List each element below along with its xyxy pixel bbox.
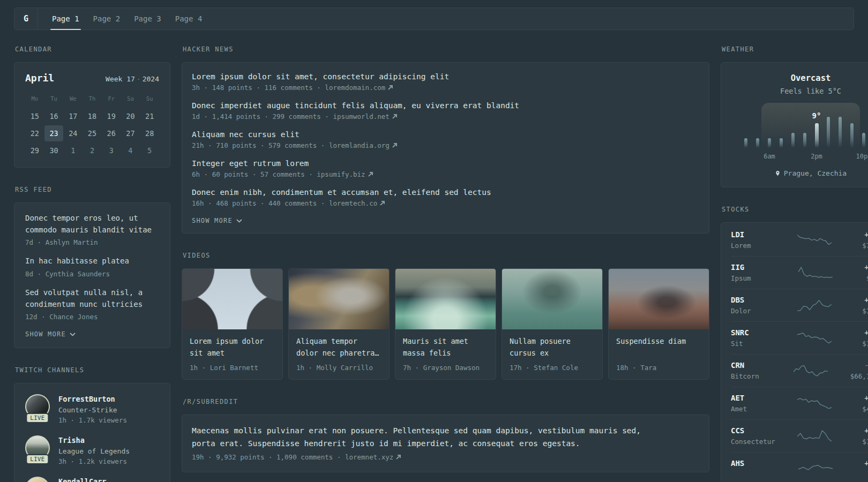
weekday-header: Th: [83, 92, 102, 107]
calendar-day[interactable]: 22: [25, 125, 44, 141]
rss-item: In hac habitasse platea 8d · Cynthia Sau…: [25, 255, 159, 278]
calendar-day[interactable]: 19: [102, 108, 121, 124]
hn-post-title[interactable]: Donec enim nibh, condimentum et accumsan…: [192, 188, 699, 197]
video-title: Mauris sit amet massa felis: [403, 336, 488, 359]
hn-post-domain-link[interactable]: ipsumworld.net: [333, 112, 389, 120]
calendar-day[interactable]: 30: [44, 142, 64, 159]
stock-row[interactable]: LDILorem +4.35%$795.18: [731, 224, 868, 256]
stock-change: +1.42%: [862, 296, 868, 304]
stock-change: +2.84%: [864, 263, 868, 272]
weekday-header: Tu: [44, 92, 64, 107]
video-meta: 18h · Tara: [616, 364, 701, 372]
twitch-card: LIVE ForrestBurton Counter-Strike 1h · 1…: [14, 383, 170, 482]
stock-row[interactable]: AHS +0.46%: [731, 452, 868, 482]
hn-post-title[interactable]: Lorem ipsum dolor sit amet, consectetur …: [192, 72, 699, 81]
calendar-day[interactable]: 28: [140, 125, 159, 141]
video-card[interactable]: Aliquam tempor dolor nec pharetra… 1h · …: [288, 268, 390, 380]
video-title: Suspendisse diam: [616, 336, 701, 359]
calendar-day-next-month[interactable]: 3: [102, 142, 121, 159]
tab-page-1[interactable]: Page 1: [51, 8, 80, 29]
hn-post-domain-link[interactable]: loremlandia.org: [329, 141, 390, 149]
calendar-day[interactable]: 20: [121, 108, 140, 124]
rss-card: Donec tempor eros leo, ut commodo mauris…: [14, 202, 170, 348]
stock-row[interactable]: SNRCSit +1.36%$148.64: [731, 321, 868, 354]
stock-row[interactable]: DBSDolor +1.42%$156.28: [731, 289, 868, 321]
weekday-header: Sa: [121, 92, 140, 107]
stock-price: $148.64: [862, 340, 868, 348]
calendar-day[interactable]: 29: [25, 142, 44, 159]
video-body: Mauris sit amet massa felis 7h · Grayson…: [395, 329, 496, 379]
stock-row[interactable]: AETAmet +0.92%$499.72: [731, 387, 868, 419]
video-meta: 7h · Grayson Dawson: [403, 364, 488, 372]
calendar-widget: CALENDAR April Week 17·2024 Mo Tu We Th …: [14, 46, 170, 168]
calendar-day[interactable]: 15: [25, 108, 44, 124]
chevron-down-icon: [236, 219, 242, 223]
stock-price: $42.04: [864, 274, 868, 282]
calendar-day-next-month[interactable]: 4: [121, 142, 140, 159]
rss-item: Donec tempor eros leo, ut commodo mauris…: [25, 213, 159, 246]
stock-name: Amet: [731, 405, 782, 413]
calendar-day[interactable]: 21: [140, 108, 159, 124]
video-body: Nullam posuere cursus ex 17h · Stefan Co…: [502, 329, 602, 379]
video-meta: 1h · Lori Barnett: [190, 364, 275, 372]
twitch-channel-row[interactable]: LIVE Trisha League of Legends 3h · 1.2k …: [25, 435, 159, 465]
calendar-day[interactable]: 18: [83, 108, 102, 124]
hn-post-title[interactable]: Integer eget rutrum lorem: [192, 159, 699, 168]
video-title: Aliquam tempor dolor nec pharetra…: [296, 336, 381, 359]
hn-post-title[interactable]: Donec imperdiet augue tincidunt felis al…: [192, 101, 699, 110]
twitch-channel-row[interactable]: KendallCarr: [25, 477, 159, 482]
video-thumbnail: [502, 269, 602, 329]
video-card[interactable]: Lorem ipsum dolor sit amet consectetu… 1…: [182, 268, 283, 380]
weather-location[interactable]: Prague, Czechia: [731, 169, 868, 177]
hn-post-title[interactable]: Aliquam nec cursus elit: [192, 130, 699, 139]
calendar-day[interactable]: 26: [102, 125, 121, 141]
rss-show-more-button[interactable]: SHOW MORE: [25, 330, 76, 338]
calendar-day-selected[interactable]: 23: [44, 125, 64, 141]
calendar-day-next-month[interactable]: 2: [83, 142, 102, 159]
tab-page-4[interactable]: Page 4: [175, 8, 203, 29]
tab-page-2[interactable]: Page 2: [93, 8, 121, 29]
subreddit-domain-link[interactable]: loremnet.xyz: [345, 453, 393, 461]
video-card[interactable]: Suspendisse diam 18h · Tara: [608, 268, 709, 380]
rss-item-title[interactable]: Donec tempor eros leo, ut commodo mauris…: [25, 213, 159, 236]
video-body: Lorem ipsum dolor sit amet consectetu… 1…: [182, 329, 282, 379]
stock-row[interactable]: IIGIpsum +2.84%$42.04: [731, 256, 868, 289]
app-logo[interactable]: G: [14, 8, 38, 29]
stock-row[interactable]: CRNBitcorn -1.00%$66,171.48: [731, 354, 868, 387]
calendar-day-next-month[interactable]: 1: [63, 142, 83, 159]
video-card[interactable]: Mauris sit amet massa felis 7h · Grayson…: [395, 268, 496, 380]
tab-page-3[interactable]: Page 3: [133, 8, 162, 29]
stock-name: Sit: [731, 340, 782, 348]
video-thumbnail: [182, 269, 282, 329]
calendar-day[interactable]: 27: [121, 125, 140, 141]
rss-item-title[interactable]: Sed volutpat nulla nisl, a condimentum n…: [25, 287, 159, 310]
stock-name: Consectetur: [731, 438, 782, 446]
hn-post-domain-link[interactable]: loremtech.co: [329, 199, 377, 207]
calendar-card: April Week 17·2024 Mo Tu We Th Fr Sa Su …: [14, 62, 170, 168]
calendar-year: 2024: [143, 75, 159, 83]
weekday-header: We: [63, 92, 83, 107]
twitch-channel-row[interactable]: LIVE ForrestBurton Counter-Strike 1h · 1…: [25, 394, 159, 424]
hacker-news-section-title: HACKER NEWS: [183, 46, 709, 53]
video-body: Suspendisse diam 18h · Tara: [609, 329, 709, 379]
stock-row[interactable]: CCSConsectetur +0.51%$165.84: [731, 419, 868, 452]
hn-post-domain-link[interactable]: ipsumify.biz: [317, 170, 365, 178]
calendar-month: April: [25, 72, 54, 84]
calendar-day[interactable]: 25: [83, 125, 102, 141]
calendar-day[interactable]: 17: [63, 108, 83, 124]
channel-meta: 1h · 1.7k viewers: [58, 416, 127, 424]
stock-sparkline: [797, 298, 832, 312]
hn-show-more-button[interactable]: SHOW MORE: [192, 217, 242, 224]
rss-item-title[interactable]: In hac habitasse platea: [25, 255, 159, 267]
video-card[interactable]: Nullam posuere cursus ex 17h · Stefan Co…: [502, 268, 603, 380]
hn-post-domain-link[interactable]: loremdomain.com: [325, 84, 385, 92]
weather-hourly-chart: 9° 6am 2pm 10pm: [744, 117, 868, 161]
calendar-day[interactable]: 16: [44, 108, 64, 124]
top-nav: G Page 1 Page 2 Page 3 Page 4: [14, 7, 854, 30]
calendar-day-next-month[interactable]: 5: [140, 142, 159, 159]
subreddit-post-title[interactable]: Maecenas mollis pulvinar erat non posuer…: [192, 425, 658, 450]
video-thumbnail: [609, 269, 709, 329]
videos-section-title: VIDEOS: [183, 252, 709, 259]
calendar-day[interactable]: 24: [63, 125, 83, 141]
rss-item-meta: 12d · Chance Jones: [25, 313, 159, 321]
